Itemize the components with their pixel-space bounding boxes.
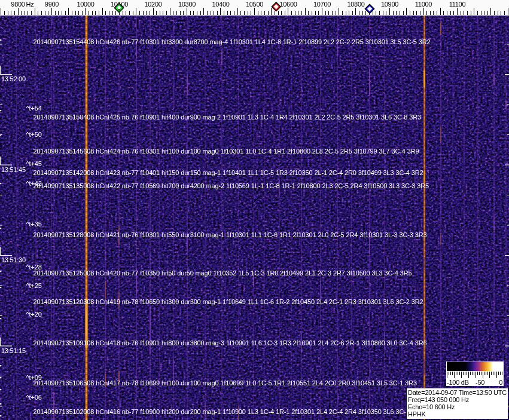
svg-text:10900: 10900 [381, 1, 398, 8]
svg-text:^t+45: ^t+45 [26, 160, 42, 167]
svg-text:11100: 11100 [449, 1, 466, 8]
svg-text:-50: -50 [476, 379, 484, 386]
svg-text:20140907135128008 hCnt421 nb-7: 20140907135128008 hCnt421 nb-76 f10301 h… [33, 231, 427, 238]
svg-text:9900: 9900 [45, 1, 59, 8]
svg-text:10800: 10800 [347, 1, 364, 8]
svg-text:10700: 10700 [313, 1, 331, 8]
svg-text:20140907135135008 hCnt422 nb-7: 20140907135135008 hCnt422 nb-77 f10569 h… [33, 182, 429, 189]
svg-text:10200: 10200 [144, 1, 161, 8]
svg-text:20140907135142008 hCnt423 nb-7: 20140907135142008 hCnt423 nb-77 f10401 h… [33, 169, 423, 176]
svg-text:20140907135109108 hCnt418 nb-7: 20140907135109108 hCnt418 nb-76 f10901 h… [33, 339, 427, 347]
svg-text:^t+06: ^t+06 [26, 394, 42, 401]
svg-text:HPHK: HPHK [408, 410, 426, 418]
svg-text:20140907135102008 hCnt416 nb-7: 20140907135102008 hCnt416 nb-77 f10900 h… [33, 408, 423, 415]
svg-text:^t+09: ^t+09 [26, 374, 42, 381]
svg-text:Date=2014-09-07 Time=13:50 UTC: Date=2014-09-07 Time=13:50 UTC [408, 389, 507, 396]
svg-text:20140907135154408 hCnt426 nb-7: 20140907135154408 hCnt426 nb-77 f10301 h… [33, 38, 431, 45]
svg-text:13:52:00: 13:52:00 [1, 75, 26, 82]
svg-text:11000: 11000 [415, 1, 432, 8]
svg-text:0: 0 [499, 379, 502, 386]
svg-text:^t+35: ^t+35 [26, 220, 42, 228]
svg-text:^t+28: ^t+28 [26, 263, 42, 271]
svg-text:9800: 9800 [11, 1, 25, 8]
svg-text:Hz: Hz [26, 1, 34, 8]
svg-text:10600: 10600 [279, 1, 297, 8]
svg-text:10500: 10500 [246, 1, 263, 8]
svg-text:13:51:15: 13:51:15 [1, 347, 26, 354]
svg-text:Freq=143 050 000 Hz: Freq=143 050 000 Hz [408, 396, 469, 403]
svg-text:20140907135145608 hCnt424 nb-7: 20140907135145608 hCnt424 nb-76 f10301 h… [33, 148, 419, 155]
svg-text:10000: 10000 [77, 1, 94, 8]
svg-text:^t+54: ^t+54 [26, 105, 42, 112]
svg-text:^t+25: ^t+25 [26, 282, 42, 289]
svg-text:20140907135125008 hCnt420 nb-7: 20140907135125008 hCnt420 nb-77 f10350 h… [33, 269, 412, 277]
svg-text:20140907135106508 hCnt417 nb-7: 20140907135106508 hCnt417 nb-78 f10699 h… [33, 379, 417, 387]
svg-text:^t+42: ^t+42 [26, 180, 42, 187]
svg-text:20140907135150408 hCnt425 nb-7: 20140907135150408 hCnt425 nb-76 f10901 h… [33, 114, 421, 121]
svg-text:13:51:45: 13:51:45 [1, 166, 26, 173]
svg-text:-100 dB: -100 dB [447, 379, 469, 386]
svg-text:10300: 10300 [178, 1, 196, 8]
svg-text:Echo=10 600 Hz: Echo=10 600 Hz [408, 403, 455, 410]
svg-text:20140907135120308 hCnt419 nb-7: 20140907135120308 hCnt419 nb-78 f10650 h… [33, 298, 423, 305]
svg-text:10400: 10400 [212, 1, 229, 8]
svg-text:13:51:30: 13:51:30 [1, 256, 26, 263]
svg-text:^t+20: ^t+20 [26, 311, 42, 318]
svg-text:^t+50: ^t+50 [26, 131, 42, 138]
